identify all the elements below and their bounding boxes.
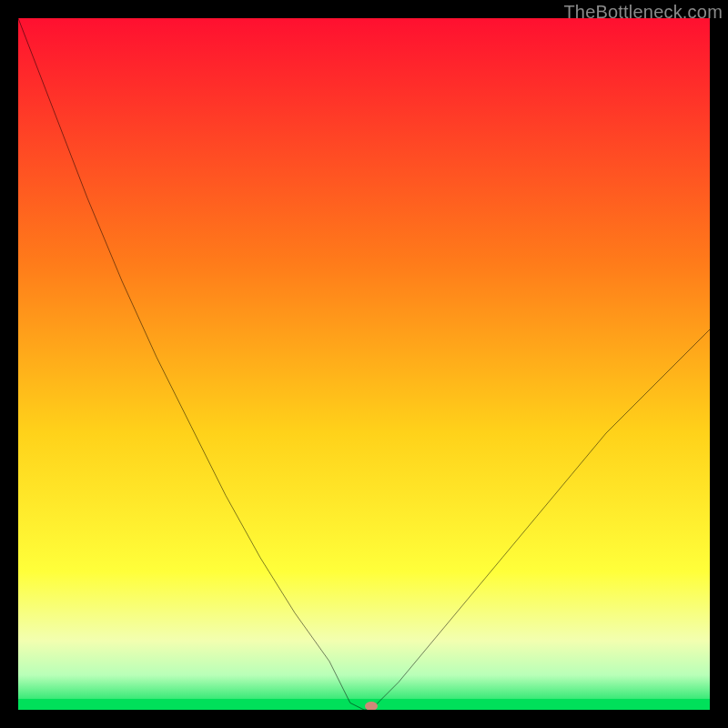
plot-area (18, 18, 710, 710)
chart-frame: TheBottleneck.com (0, 0, 728, 728)
bottleneck-marker (365, 702, 378, 710)
bottleneck-curve (18, 18, 710, 710)
